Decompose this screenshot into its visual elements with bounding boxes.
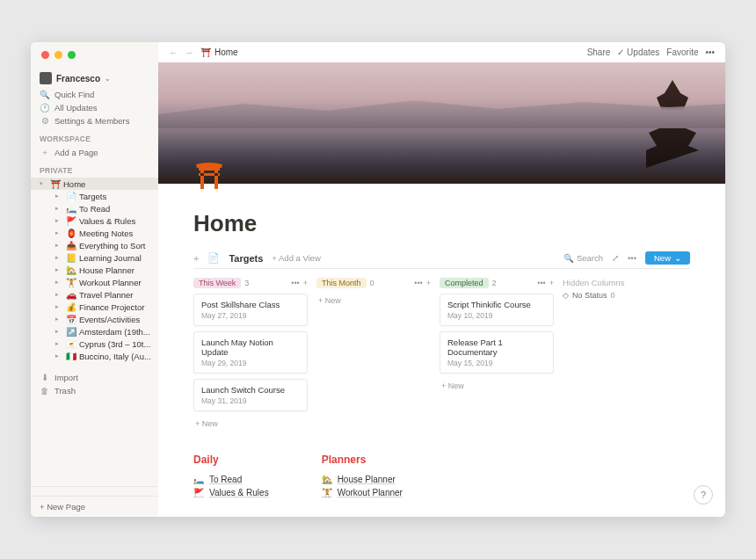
page-emoji: 🇨🇾: [65, 339, 76, 349]
expand-arrow-icon[interactable]: ▸: [55, 316, 62, 323]
share-button[interactable]: Share: [587, 47, 611, 57]
expand-arrow-icon[interactable]: ▸: [55, 242, 62, 249]
page-icon[interactable]: [193, 159, 230, 196]
add-card-button[interactable]: + New: [440, 379, 554, 393]
sidebar-item[interactable]: ▸🛏️To Read: [47, 202, 158, 214]
expand-arrow-icon[interactable]: ▸: [55, 303, 62, 310]
sidebar-item[interactable]: ▸🇮🇹Buccino, Italy (Au...: [47, 350, 158, 362]
board-card[interactable]: Post Skillshare ClassMay 27, 2019: [193, 294, 308, 326]
expand-arrow-icon[interactable]: ▸: [55, 229, 62, 236]
sidebar-item-label: Values & Rules: [79, 216, 135, 226]
no-status[interactable]: ◇No Status0: [563, 291, 677, 300]
board-card[interactable]: Release Part 1 DocumentaryMay 15, 2019: [440, 331, 554, 374]
torii-icon: ⛩️: [49, 179, 61, 189]
page-emoji: 🚗: [65, 290, 76, 300]
help-button[interactable]: ?: [694, 485, 713, 505]
status-tag[interactable]: This Week: [193, 278, 241, 288]
cover-image: [158, 62, 725, 184]
maximize-dot[interactable]: [68, 51, 76, 59]
expand-arrow-icon[interactable]: ▸: [55, 340, 62, 347]
add-block-icon[interactable]: +: [193, 253, 199, 264]
nav-forward-icon[interactable]: →: [185, 47, 193, 57]
database-name[interactable]: Targets: [229, 253, 263, 264]
page-link[interactable]: 🛏️To Read: [193, 473, 269, 486]
import[interactable]: ⬇Import: [31, 371, 158, 384]
expand-arrow-icon[interactable]: ▾: [40, 180, 47, 187]
nav-back-icon[interactable]: ←: [169, 47, 178, 57]
close-dot[interactable]: [41, 51, 49, 59]
sidebar-item[interactable]: ▸📄Targets: [47, 190, 158, 202]
sidebar-item-label: Learning Journal: [79, 253, 142, 263]
board-card[interactable]: Launch May Notion UpdateMay 29, 2019: [193, 331, 308, 374]
more-icon[interactable]: •••: [291, 279, 299, 287]
breadcrumb[interactable]: ⛩️ Home: [200, 47, 238, 57]
sidebar-item-label: Meeting Notes: [79, 229, 133, 238]
more-icon[interactable]: •••: [628, 253, 636, 263]
expand-arrow-icon[interactable]: ▸: [55, 328, 62, 335]
page-link[interactable]: 🚩Values & Rules: [193, 486, 269, 499]
plus-icon: +: [40, 502, 47, 512]
sidebar-item[interactable]: ▸🏡House Planner: [47, 264, 158, 276]
more-icon[interactable]: •••: [705, 47, 715, 57]
updates-button[interactable]: ✓ Updates: [617, 47, 659, 57]
trash[interactable]: 🗑Trash: [31, 384, 158, 397]
sidebar-tree: ▸📄Targets▸🛏️To Read▸🚩Values & Rules▸🏮Mee…: [31, 190, 158, 362]
sidebar-item-label: House Planner: [79, 265, 134, 275]
expand-arrow-icon[interactable]: ▸: [55, 254, 62, 261]
sidebar-item[interactable]: ▸↗️Amsterdam (19th...: [47, 325, 158, 338]
more-icon[interactable]: •••: [414, 279, 422, 287]
status-tag[interactable]: Completed: [440, 278, 489, 288]
page-emoji: 🛏️: [65, 204, 76, 214]
expand-arrow-icon[interactable]: ▸: [55, 266, 62, 273]
sidebar-item-label: Cyprus (3rd – 10t...: [79, 339, 150, 349]
plus-icon[interactable]: +: [549, 279, 554, 287]
all-updates[interactable]: 🕐All Updates: [31, 101, 158, 114]
board-card[interactable]: Launch Switch CourseMay 31, 2019: [193, 379, 308, 411]
add-view-button[interactable]: + Add a View: [272, 253, 321, 263]
expand-arrow-icon[interactable]: ▸: [55, 279, 62, 286]
sidebar-item-label: Events/Activities: [79, 315, 140, 324]
expand-arrow-icon[interactable]: ▸: [55, 352, 62, 359]
private-section-label: PRIVATE: [31, 159, 158, 178]
favorite-button[interactable]: Favorite: [666, 47, 698, 57]
sidebar-item[interactable]: ▸🚩Values & Rules: [47, 214, 158, 227]
plus-icon[interactable]: +: [426, 279, 431, 287]
minimize-dot[interactable]: [55, 51, 62, 59]
expand-icon[interactable]: ⤢: [612, 253, 619, 263]
page-link[interactable]: 🏋️Workout Planner: [322, 486, 403, 499]
expand-arrow-icon[interactable]: ▸: [55, 217, 62, 224]
quick-find[interactable]: 🔍Quick Find: [31, 88, 158, 101]
expand-arrow-icon[interactable]: ▸: [55, 205, 62, 212]
sidebar-item[interactable]: ▸🏋️Workout Planner: [47, 276, 158, 288]
settings-members[interactable]: ⚙Settings & Members: [31, 114, 158, 127]
new-button[interactable]: New⌄: [645, 251, 690, 265]
search-button[interactable]: 🔍 Search: [563, 253, 603, 263]
expand-arrow-icon[interactable]: ▸: [55, 192, 62, 200]
add-page-workspace[interactable]: +Add a Page: [31, 146, 158, 159]
add-card-button[interactable]: + New: [193, 417, 308, 431]
card-title: Launch Switch Course: [201, 385, 300, 395]
board-card[interactable]: Script Thinkific CourseMay 10, 2019: [440, 294, 554, 326]
workspace-switcher[interactable]: Francesco ⌄: [31, 69, 158, 88]
card-date: May 29, 2019: [201, 359, 300, 367]
sidebar-item[interactable]: ▸🇨🇾Cyprus (3rd – 10t...: [47, 338, 158, 350]
plus-icon[interactable]: +: [303, 279, 308, 287]
status-tag[interactable]: This Month: [316, 278, 367, 288]
new-page-button[interactable]: + New Page: [31, 496, 158, 517]
sidebar-item[interactable]: ▸🚗Travel Planner: [47, 288, 158, 301]
sidebar-item-home[interactable]: ▾ ⛩️ Home: [31, 178, 158, 190]
add-card-button[interactable]: + New: [316, 294, 431, 308]
main-content: ← → ⛩️ Home Share ✓ Updates Favorite •••…: [158, 42, 725, 517]
expand-arrow-icon[interactable]: ▸: [55, 291, 62, 298]
sidebar-item[interactable]: ▸🏮Meeting Notes: [47, 227, 158, 239]
sidebar-item[interactable]: ▸📥Everything to Sort: [47, 239, 158, 251]
page-emoji: 📄: [65, 192, 76, 201]
more-icon[interactable]: •••: [537, 279, 545, 287]
page-link[interactable]: 🏡House Planner: [322, 473, 403, 486]
sidebar-item[interactable]: ▸💰Finance Projector: [47, 301, 158, 313]
section-heading: Planners: [322, 454, 403, 466]
link-label: To Read: [209, 475, 242, 484]
sidebar-item[interactable]: ▸📅Events/Activities: [47, 313, 158, 325]
hidden-columns-label[interactable]: Hidden Columns: [563, 278, 677, 287]
sidebar-item[interactable]: ▸📒Learning Journal: [47, 251, 158, 264]
